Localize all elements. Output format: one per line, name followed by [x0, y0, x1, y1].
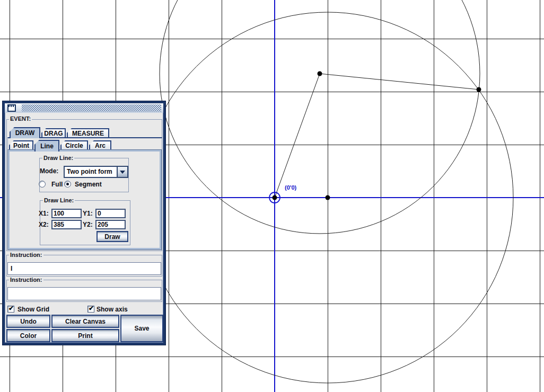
clear-canvas-button[interactable]: Clear Canvas: [51, 315, 119, 328]
origin-coordinate-label: (0'0): [285, 184, 296, 191]
window-titlebar[interactable]: [5, 103, 163, 113]
y2-label: Y2:: [83, 221, 93, 228]
event-group-label: EVENT:: [9, 115, 32, 122]
radio-full-label: Full: [51, 181, 63, 188]
drawn-segment: [320, 74, 479, 90]
chevron-down-icon: [120, 171, 125, 174]
mode-combobox-value: Two point form: [67, 168, 112, 175]
instruction1-label: Instruction:: [9, 252, 43, 258]
drawn-point[interactable]: [326, 195, 330, 200]
tab-line[interactable]: Line: [34, 140, 59, 152]
mode-label: Mode:: [40, 167, 58, 175]
show-grid-checkbox[interactable]: ✔: [7, 306, 14, 313]
draw-line-coords-group-label: Draw Line:: [43, 197, 75, 203]
check-icon: ✔: [8, 305, 14, 312]
radio-segment[interactable]: [64, 181, 71, 188]
radio-selected-dot: [66, 183, 69, 185]
y1-field[interactable]: [95, 209, 126, 218]
drawn-point[interactable]: [477, 87, 481, 92]
check-icon: ✔: [89, 305, 94, 312]
draw-line-mode-group-label: Draw Line:: [42, 155, 74, 161]
y1-label: Y1:: [83, 210, 93, 217]
drawn-point[interactable]: [273, 195, 277, 200]
radio-full[interactable]: [39, 181, 46, 188]
instruction1-field[interactable]: [7, 262, 161, 275]
instruction2-field[interactable]: [7, 287, 161, 300]
tab-arc[interactable]: Arc: [89, 140, 111, 150]
undo-button[interactable]: Undo: [6, 315, 50, 328]
titlebar-texture: [22, 104, 161, 112]
tab-circle[interactable]: Circle: [60, 140, 88, 150]
x1-label: X1:: [39, 210, 49, 217]
print-button[interactable]: Print: [51, 329, 119, 342]
tab-draw[interactable]: DRAW: [10, 127, 40, 138]
y2-field[interactable]: [95, 220, 126, 229]
show-grid-label: Show Grid: [17, 306, 49, 313]
x1-field[interactable]: [51, 209, 82, 218]
drawn-point[interactable]: [318, 72, 322, 76]
radio-segment-label: Segment: [75, 181, 102, 188]
draw-button[interactable]: Draw: [96, 231, 128, 242]
mode-combobox[interactable]: Two point form: [64, 166, 128, 178]
save-button[interactable]: Save: [120, 315, 163, 342]
show-axis-label: Show axis: [96, 306, 128, 313]
instruction2-label: Instruction:: [9, 277, 43, 283]
x2-field[interactable]: [51, 220, 82, 229]
drawn-circle: [160, 0, 480, 234]
x2-label: X2:: [39, 221, 49, 228]
combobox-arrow-button[interactable]: [117, 167, 127, 177]
drawn-segment: [275, 74, 320, 198]
application-root: (0'0) EVENT: DRAW DRAG MEASURE Point Lin…: [0, 0, 544, 392]
window-icon[interactable]: [7, 104, 16, 112]
show-axis-checkbox[interactable]: ✔: [87, 306, 94, 313]
tab-point[interactable]: Point: [9, 140, 33, 150]
color-button[interactable]: Color: [6, 329, 50, 342]
tool-window: EVENT: DRAW DRAG MEASURE Point Line Circ…: [3, 101, 165, 345]
